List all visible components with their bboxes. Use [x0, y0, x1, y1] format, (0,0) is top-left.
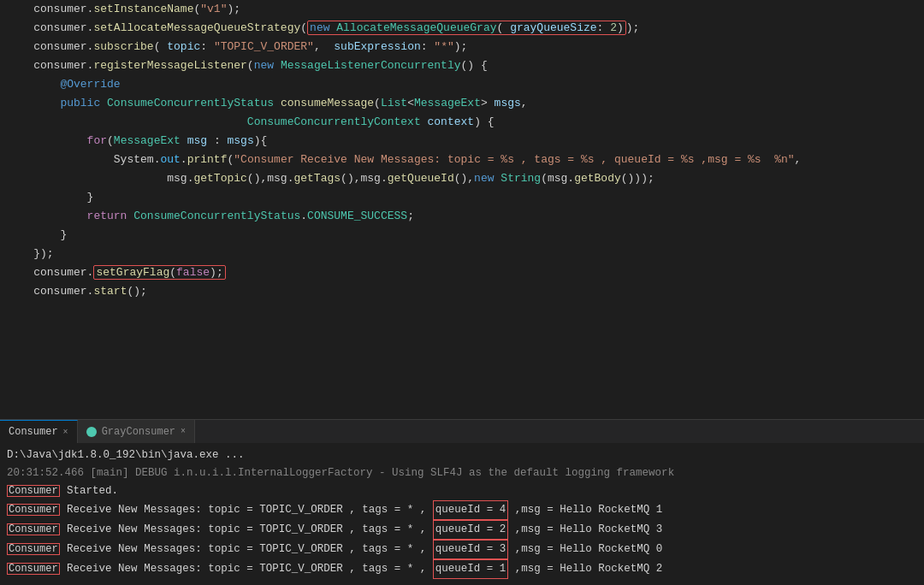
code-content-1: consumer.setInstanceName("v1");	[7, 0, 924, 19]
terminal-msg-line-1: Consumer Receive New Messages: topic = T…	[7, 500, 917, 520]
setgrayflag-highlight: setGrayFlag(false);	[93, 265, 225, 280]
consumer-badge-2: Consumer	[7, 523, 60, 535]
code-content-5: consumer.subscribe( topic: "TOPIC_V_ORDE…	[7, 38, 924, 56]
code-line-7: consumer.registerMessageListener(new Mes…	[0, 56, 924, 75]
terminal-path: D:\Java\jdk1.8.0_192\bin\java.exe ...	[7, 446, 245, 464]
tab-consumer[interactable]: Consumer ×	[0, 420, 78, 443]
terminal-msg-line-4: Consumer Receive New Messages: topic = T…	[7, 559, 917, 579]
tab-consumer-label: Consumer	[9, 426, 58, 438]
queueid-badge-1: queueId = 4	[433, 500, 509, 520]
terminal-log-line1: 20:31:52.466 [main] DEBUG i.n.u.i.l.Inte…	[7, 464, 917, 482]
code-line-11: ConsumeConcurrentlyContext context) {	[0, 113, 924, 132]
code-content-10: public ConsumeConcurrentlyStatus consume…	[7, 94, 924, 113]
code-line-1: consumer.setInstanceName("v1");	[0, 0, 924, 19]
terminal-msg-line-2: Consumer Receive New Messages: topic = T…	[7, 520, 917, 540]
code-line-18: }	[0, 226, 924, 245]
code-line-5: consumer.subscribe( topic: "TOPIC_V_ORDE…	[0, 38, 924, 56]
code-content-11: ConsumeConcurrentlyContext context) {	[7, 113, 924, 132]
consumer-badge-3: Consumer	[7, 543, 60, 555]
msg-suffix-4: ,msg = Hello RocketMQ 2	[508, 560, 662, 578]
code-line-16: }	[0, 188, 924, 207]
queueid-badge-3: queueId = 3	[433, 540, 509, 559]
msg-suffix-3: ,msg = Hello RocketMQ 0	[508, 541, 662, 558]
log-text-1: 20:31:52.466 [main] DEBUG i.n.u.i.l.Inte…	[7, 464, 674, 482]
code-line-17: return ConsumeConcurrentlyStatus.CONSUME…	[0, 207, 924, 226]
code-content-3: consumer.setAllocateMessageQueueStrategy…	[7, 19, 924, 38]
tab-icon	[86, 427, 97, 437]
tab-grayconsumer-close[interactable]: ×	[181, 427, 186, 436]
code-content-7: consumer.registerMessageListener(new Mes…	[7, 56, 924, 75]
code-content-18: }	[7, 226, 924, 245]
msg-suffix-1: ,msg = Hello RocketMQ 1	[508, 501, 662, 519]
terminal-body: D:\Java\jdk1.8.0_192\bin\java.exe ... 20…	[0, 443, 924, 585]
code-line-21: consumer.setGrayFlag(false);	[0, 263, 924, 282]
consumer-badge-started: Consumer	[7, 485, 60, 497]
consumer-badge-4: Consumer	[7, 563, 60, 575]
code-line-13: for(MessageExt msg : msgs){	[0, 132, 924, 151]
msg-prefix-3: Receive New Messages: topic = TOPIC_V_OR…	[61, 541, 433, 558]
code-line-22: consumer.start();	[0, 282, 924, 301]
msg-prefix-4: Receive New Messages: topic = TOPIC_V_OR…	[61, 560, 433, 578]
terminal-tabs-bar: Consumer × GrayConsumer ×	[0, 419, 924, 443]
terminal-path-line: D:\Java\jdk1.8.0_192\bin\java.exe ...	[7, 446, 917, 464]
code-line-14: System.out.printf("Consumer Receive New …	[0, 151, 924, 169]
msg-suffix-2: ,msg = Hello RocketMQ 3	[508, 521, 662, 539]
msg-prefix-1: Receive New Messages: topic = TOPIC_V_OR…	[61, 501, 433, 519]
tab-consumer-close[interactable]: ×	[63, 428, 68, 437]
consumer-badge-1: Consumer	[7, 504, 60, 516]
msg-prefix-2: Receive New Messages: topic = TOPIC_V_OR…	[61, 521, 433, 539]
code-line-15: msg.getTopic(),msg.getTags(),msg.getQueu…	[0, 169, 924, 188]
code-line-3: consumer.setAllocateMessageQueueStrategy…	[0, 19, 924, 38]
tab-grayconsumer[interactable]: GrayConsumer ×	[78, 420, 195, 443]
terminal-consumer-started: Consumer Started.	[7, 482, 917, 500]
code-content-19: });	[7, 245, 924, 263]
tab-grayconsumer-label: GrayConsumer	[102, 426, 175, 438]
code-line-10: public ConsumeConcurrentlyStatus consume…	[0, 94, 924, 113]
terminal-msg-line-3: Consumer Receive New Messages: topic = T…	[7, 540, 917, 559]
code-content-13: for(MessageExt msg : msgs){	[7, 132, 924, 151]
code-content-9: @Override	[7, 75, 924, 94]
editor-area: consumer.setInstanceName("v1"); consumer…	[0, 0, 924, 419]
code-content-16: }	[7, 188, 924, 207]
code-content-15: msg.getTopic(),msg.getTags(),msg.getQueu…	[7, 169, 924, 188]
code-line-9: @Override	[0, 75, 924, 94]
code-content-21: consumer.setGrayFlag(false);	[7, 263, 924, 282]
code-content-14: System.out.printf("Consumer Receive New …	[7, 151, 924, 169]
code-content-22: consumer.start();	[7, 282, 924, 301]
code-line-19: });	[0, 245, 924, 263]
queueid-badge-4: queueId = 1	[433, 559, 509, 579]
started-text: Started.	[61, 482, 119, 500]
code-content-17: return ConsumeConcurrentlyStatus.CONSUME…	[7, 207, 924, 226]
allocate-highlight: new AllocateMessageQueueGray( grayQueueS…	[307, 21, 626, 35]
queueid-badge-2: queueId = 2	[433, 520, 509, 540]
